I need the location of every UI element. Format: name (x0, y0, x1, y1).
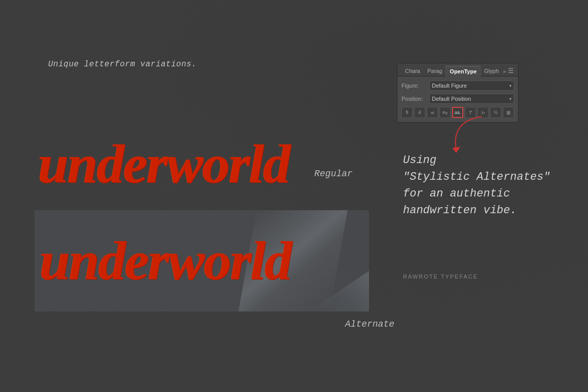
tab-chara[interactable]: Chara (401, 66, 424, 76)
icon-half[interactable]: ½ (490, 107, 501, 118)
icon-partial[interactable]: ∂ (414, 107, 425, 118)
tab-opentype[interactable]: OpenType (446, 66, 481, 76)
figure-value: Default Figure (432, 83, 467, 89)
position-value: Default Position (432, 96, 471, 102)
figure-dropdown-arrow: ▾ (509, 84, 511, 88)
tab-glyph[interactable]: Glyph (481, 66, 502, 76)
rawrote-label: RAWROTE TYPEFACE (403, 273, 478, 280)
position-row: Position: Default Position ▾ (401, 94, 514, 104)
position-dropdown-arrow: ▾ (509, 97, 511, 101)
icon-grid[interactable]: ⊞ (503, 107, 514, 118)
panel-more-icon[interactable]: » ☰ (503, 67, 514, 75)
position-dropdown[interactable]: Default Position ▾ (429, 94, 514, 104)
figure-label: Figure: (401, 83, 429, 89)
word-regular: underworld (38, 137, 289, 191)
unique-label: Unique letterform variations. (48, 60, 197, 69)
figure-dropdown[interactable]: Default Figure ▾ (429, 81, 514, 91)
alternate-container: underworld Alternate (34, 210, 369, 311)
alternate-label: Alternate (345, 319, 394, 329)
regular-label: Regular (314, 169, 353, 179)
position-label: Position: (401, 96, 429, 102)
main-content: Unique letterform variations. underworld… (0, 0, 588, 392)
panel-tabs: Chara Parag OpenType Glyph » ☰ (397, 63, 518, 76)
icon-fi[interactable]: fi (401, 107, 413, 118)
word-alternate: underworld (40, 233, 291, 288)
using-text: Using "Stylistic Alternates" for an auth… (403, 152, 550, 219)
icon-st[interactable]: st (427, 107, 438, 118)
tab-parag[interactable]: Parag (424, 66, 446, 76)
figure-row: Figure: Default Figure ▾ (401, 81, 514, 91)
